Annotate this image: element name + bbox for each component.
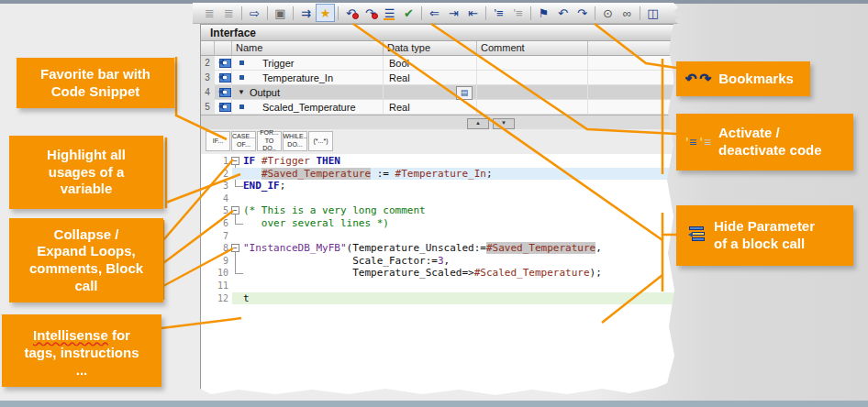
snippet-button-5[interactable]: (*...*) bbox=[308, 131, 333, 151]
toolbar-insert-block-icon[interactable]: ⇨ bbox=[245, 4, 264, 22]
code-line-body: Temperature_Scaled=>#Scaled_Temperature)… bbox=[232, 267, 674, 280]
datatype-text: Bool bbox=[389, 58, 409, 69]
code-token-pl: ; bbox=[280, 180, 286, 192]
toolbar-separator bbox=[530, 6, 531, 20]
code-line-body: END_IF; bbox=[232, 180, 674, 192]
toolbar-insert-network-2-icon[interactable]: ≣ bbox=[219, 4, 239, 22]
line-number: 11 bbox=[201, 280, 228, 292]
hide-parameter-icon bbox=[685, 226, 706, 245]
scl-editor-panel: Interface NameData typeComment 2TriggerB… bbox=[200, 24, 675, 396]
column-header-blank[interactable] bbox=[215, 41, 232, 56]
interface-title: Interface bbox=[201, 25, 674, 41]
toolbar-outdent-icon[interactable]: ⇤ bbox=[463, 4, 483, 22]
snippet-button-2[interactable]: CASE...OF... bbox=[231, 131, 256, 151]
filler-cell bbox=[588, 71, 674, 85]
name-cell[interactable]: Temperature_In bbox=[232, 71, 384, 85]
toolbar-previous-bookmark-icon[interactable]: ↶ bbox=[553, 4, 573, 22]
column-header-data-type[interactable]: Data type bbox=[384, 41, 477, 56]
toolbar-expand-all-parameters-icon[interactable]: ⇉ bbox=[296, 4, 316, 22]
snippet-label-line1: FOR... bbox=[260, 129, 279, 138]
toolbar-paste-blocks-icon[interactable]: ▣ bbox=[271, 4, 290, 22]
comment-cell[interactable] bbox=[477, 56, 588, 71]
table-row-trigger[interactable]: 2TriggerBool bbox=[201, 56, 674, 71]
code-line-2[interactable]: 2 #Saved_Temperature := #Temperature_In; bbox=[201, 168, 676, 181]
code-line-9[interactable]: 9 Scale_Factor:=3, bbox=[201, 255, 676, 268]
toolbar-undo-icon[interactable]: ↶ bbox=[341, 4, 361, 22]
callout-hide-parameter: Hide Parameter of a block call bbox=[676, 205, 853, 266]
snippet-button-4[interactable]: WHILE..DO... bbox=[283, 131, 307, 151]
column-header-blank[interactable] bbox=[588, 41, 674, 56]
code-token-pl: (Temperature_Unscaled:= bbox=[347, 242, 486, 254]
deactivate-code-glyph: '≡ bbox=[513, 6, 522, 20]
toolbar-compare-icon[interactable]: ∞ bbox=[618, 4, 637, 22]
toolbar-goto-definition-icon[interactable]: ⇐ bbox=[425, 4, 444, 22]
snippet-button-1[interactable]: IF... bbox=[206, 131, 230, 151]
toolbar-insert-bookmark-icon[interactable]: ⚑ bbox=[534, 4, 553, 22]
fold-toggle-icon[interactable]: − bbox=[231, 157, 239, 165]
fold-toggle-icon[interactable]: − bbox=[231, 206, 239, 214]
toolbar-split-editor-icon[interactable]: ◫ bbox=[643, 4, 662, 22]
table-row-scaled_temperature[interactable]: 5Scaled_TemperatureReal bbox=[201, 100, 674, 115]
snippet-button-3[interactable]: FOR...TO DO.. bbox=[257, 131, 282, 151]
code-line-3[interactable]: 3END_IF; bbox=[201, 180, 676, 192]
column-header-comment[interactable]: Comment bbox=[477, 41, 588, 56]
code-editor-area[interactable]: TCONT_STemperature c...TDISCONTerminate … bbox=[201, 154, 674, 397]
activate-code-glyph: '≡ bbox=[494, 6, 503, 20]
toolbar-next-bookmark-icon[interactable]: ↷ bbox=[573, 4, 592, 22]
line-number: 9 bbox=[201, 255, 228, 268]
datatype-cell[interactable]: ▤ bbox=[384, 85, 477, 100]
column-header-name[interactable]: Name bbox=[232, 41, 384, 56]
toolbar-redo-icon[interactable]: ↷ bbox=[361, 4, 380, 22]
code-line-body bbox=[232, 192, 674, 205]
code-line-body: Scale_Factor:=3, bbox=[232, 255, 674, 268]
toolbar-favorites-icon[interactable]: ★ bbox=[316, 4, 335, 22]
splitter-collapse-down-button[interactable]: ▼ bbox=[493, 118, 515, 129]
comment-cell[interactable] bbox=[477, 85, 588, 100]
insert-block-glyph: ⇨ bbox=[250, 6, 260, 20]
datatype-cell[interactable]: Real bbox=[384, 71, 477, 85]
row-tag-cell bbox=[215, 85, 232, 100]
comment-cell[interactable] bbox=[477, 100, 588, 115]
filler-cell bbox=[588, 56, 674, 71]
toolbar-hide-parameter-icon[interactable]: ☰ bbox=[380, 4, 399, 22]
fold-toggle-icon[interactable]: − bbox=[231, 244, 239, 252]
code-line-body: IF #Trigger THEN bbox=[232, 155, 674, 168]
insert-network-2-glyph: ≣ bbox=[224, 6, 234, 20]
column-header-blank[interactable] bbox=[201, 41, 215, 56]
toolbar-activate-code-icon[interactable]: '≡ bbox=[489, 4, 508, 22]
toolbar-find-replace-icon[interactable]: ⊙ bbox=[598, 4, 618, 22]
code-line-5[interactable]: 5(* This is a very long comment bbox=[201, 204, 676, 217]
callout-collapse-expand: Collapse / Expand Loops, comments, Block… bbox=[9, 218, 163, 302]
datatype-cell[interactable]: Bool bbox=[384, 56, 477, 71]
code-token-pl: Scale_Factor:= bbox=[243, 255, 438, 267]
toolbar-indent-icon[interactable]: ⇥ bbox=[444, 4, 463, 22]
code-line-12[interactable]: 12t bbox=[201, 292, 676, 305]
line-number: 10 bbox=[201, 267, 228, 280]
code-line-6[interactable]: 6 over several lines *) bbox=[201, 217, 676, 230]
snippet-label-line1: WHILE.. bbox=[283, 133, 306, 141]
toolbar-insert-network-icon[interactable]: ≣ bbox=[200, 4, 219, 22]
table-row-temperature_in[interactable]: 3Temperature_InReal bbox=[201, 71, 674, 85]
expand-arrow-icon[interactable]: ▼ bbox=[238, 88, 245, 96]
name-cell[interactable]: ▼Output bbox=[232, 85, 384, 100]
toolbar-deactivate-code-icon[interactable]: '≡ bbox=[508, 4, 528, 22]
name-cell[interactable]: Scaled_Temperature bbox=[232, 100, 384, 115]
code-line-4[interactable]: 4 bbox=[201, 192, 676, 205]
code-line-body: "InstanceDB_MyFB"(Temperature_Unscaled:=… bbox=[232, 242, 674, 255]
code-line-1[interactable]: 1IF #Trigger THEN bbox=[201, 155, 676, 168]
name-cell[interactable]: Trigger bbox=[232, 56, 384, 71]
line-number: 5 bbox=[201, 204, 228, 217]
snippet-label-line2: TO DO.. bbox=[258, 138, 281, 154]
tag-icon bbox=[219, 73, 231, 82]
splitter-collapse-up-button[interactable]: ▲ bbox=[467, 118, 489, 129]
code-line-8[interactable]: 8"InstanceDB_MyFB"(Temperature_Unscaled:… bbox=[201, 242, 676, 255]
comment-cell[interactable] bbox=[477, 71, 588, 85]
callout-highlight-usages: Highlight all usages of a variable bbox=[9, 136, 163, 209]
datatype-cell[interactable]: Real bbox=[384, 100, 477, 115]
table-row-output[interactable]: 4▼Output▤ bbox=[201, 85, 674, 100]
toolbar-check-consistency-icon[interactable]: ✔ bbox=[399, 4, 418, 22]
datatype-browse-button[interactable]: ▤ bbox=[456, 86, 473, 100]
code-line-11[interactable]: 11 bbox=[201, 280, 676, 292]
code-line-10[interactable]: 10 Temperature_Scaled=>#Scaled_Temperatu… bbox=[201, 267, 676, 280]
code-line-7[interactable]: 7 bbox=[201, 230, 676, 243]
